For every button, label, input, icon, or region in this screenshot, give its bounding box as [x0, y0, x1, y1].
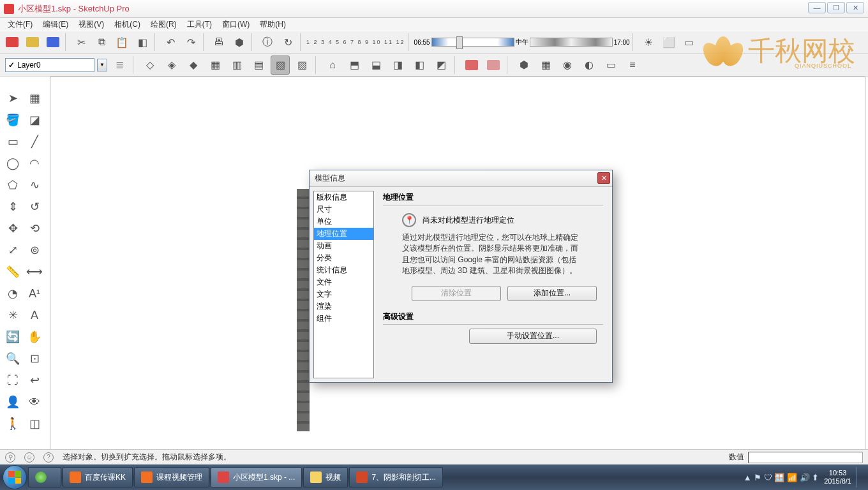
cat-copyright[interactable]: 版权信息	[314, 191, 373, 204]
new-icon[interactable]	[3, 33, 22, 52]
section-tool-icon[interactable]: ◫	[24, 413, 45, 434]
model-icon[interactable]: ⬢	[230, 33, 249, 52]
style-tex-icon[interactable]: ▦	[206, 56, 225, 75]
menu-help[interactable]: 帮助(H)	[255, 18, 291, 31]
view-iso-icon[interactable]: ⌂	[323, 56, 342, 75]
tray-clock[interactable]: 10:53 2015/8/1	[824, 469, 851, 486]
freehand-icon[interactable]: ∿	[24, 175, 45, 195]
layer-manager-icon[interactable]: ≣	[110, 56, 129, 75]
zoom-window-icon[interactable]: ⊡	[24, 348, 45, 369]
person-status-icon[interactable]: ☺	[24, 452, 34, 463]
orbit-icon[interactable]: 🔄	[3, 327, 23, 347]
add-location-button[interactable]: 添加位置...	[507, 286, 597, 301]
cat-components[interactable]: 组件	[314, 313, 373, 325]
shadow-toggle-icon[interactable]: ☀	[639, 33, 658, 52]
zoom-extents-icon[interactable]: ⛶	[3, 370, 23, 390]
menu-draw[interactable]: 绘图(R)	[146, 18, 182, 31]
print-icon[interactable]: 🖶	[209, 33, 228, 52]
component-icon[interactable]: ▦	[24, 88, 45, 108]
previous-icon[interactable]: ↩	[24, 370, 45, 390]
walk-icon[interactable]: 🚶	[3, 413, 23, 434]
show-desktop-button[interactable]	[857, 467, 862, 487]
refresh-icon[interactable]: ↻	[278, 33, 297, 52]
style-wireframe-icon[interactable]: ◇	[140, 56, 160, 75]
cat-dimensions[interactable]: 尺寸	[314, 204, 373, 216]
axes-icon[interactable]: ✳	[3, 305, 23, 325]
cat-geolocation[interactable]: 地理位置	[314, 228, 373, 240]
view-left-icon[interactable]: ◩	[431, 56, 451, 75]
help-status-icon[interactable]: ?	[43, 452, 54, 463]
components-icon[interactable]: ▦	[536, 56, 555, 75]
layer-dropdown[interactable]: ✓ Layer0	[5, 58, 94, 72]
dialog-close-button[interactable]: ✕	[597, 172, 610, 184]
maximize-button[interactable]: ☐	[827, 2, 845, 13]
styles-icon[interactable]: ◐	[580, 56, 599, 75]
redo-icon[interactable]: ↷	[181, 33, 200, 52]
section-plane-icon[interactable]	[462, 56, 481, 75]
section-display-icon[interactable]	[484, 56, 503, 75]
cat-classification[interactable]: 分类	[314, 252, 373, 264]
style-shaded-icon[interactable]: ◆	[184, 56, 203, 75]
layer-dropdown-arrow[interactable]: ▼	[97, 59, 107, 71]
tray-icons[interactable]: ▲ ⚑ 🛡 🪟 📶 🔊 ⬆	[744, 473, 819, 482]
outliner-icon[interactable]: ≡	[623, 56, 642, 75]
cat-rendering[interactable]: 渲染	[314, 301, 373, 313]
paint-icon[interactable]: 🪣	[3, 110, 23, 130]
cat-file[interactable]: 文件	[314, 276, 373, 288]
view-top-icon[interactable]: ⬒	[345, 56, 364, 75]
task-powerpoint[interactable]: 7、阴影和剖切工...	[349, 467, 443, 487]
line-icon[interactable]: ╱	[24, 131, 45, 152]
close-button[interactable]: ✕	[846, 2, 864, 13]
task-baidu-kk[interactable]: 百度传课KK	[63, 467, 133, 487]
persp-icon[interactable]: ▭	[680, 33, 699, 52]
task-sketchup[interactable]: 小区模型1.skp - ...	[211, 467, 302, 487]
zoom-icon[interactable]: 🔍	[3, 348, 23, 369]
view-back-icon[interactable]: ◧	[410, 56, 429, 75]
rect-icon[interactable]: ▭	[3, 131, 23, 152]
style-xray-icon[interactable]: ▥	[227, 56, 246, 75]
style-hidden-icon[interactable]: ◈	[162, 56, 181, 75]
dialog-titlebar[interactable]: 模型信息	[310, 170, 612, 187]
cat-animation[interactable]: 动画	[314, 240, 373, 252]
warehouse-icon[interactable]: ⬢	[514, 56, 534, 75]
iso-icon[interactable]: ⬜	[659, 33, 678, 52]
copy-icon[interactable]: ⧉	[92, 33, 111, 52]
time-slider[interactable]	[431, 38, 514, 47]
menu-view[interactable]: 视图(V)	[73, 18, 109, 31]
cat-text[interactable]: 文字	[314, 288, 373, 301]
minimize-button[interactable]: —	[808, 2, 826, 13]
menu-camera[interactable]: 相机(C)	[109, 18, 146, 31]
style-mono-icon[interactable]: ▤	[249, 56, 268, 75]
save-icon[interactable]	[43, 33, 63, 52]
menu-window[interactable]: 窗口(W)	[217, 18, 255, 31]
arc-icon[interactable]: ◠	[24, 153, 45, 174]
task-course-video[interactable]: 课程视频管理	[134, 467, 209, 487]
3dtext-icon[interactable]: A	[24, 305, 45, 325]
eraser-icon[interactable]: ◪	[24, 110, 45, 130]
menu-file[interactable]: 文件(F)	[3, 18, 38, 31]
menu-edit[interactable]: 编辑(E)	[38, 18, 73, 31]
paste-icon[interactable]: 📋	[112, 33, 131, 52]
look-around-icon[interactable]: 👁	[24, 392, 45, 412]
rotate-icon[interactable]: ⟲	[24, 218, 45, 239]
pan-icon[interactable]: ✋	[24, 327, 45, 347]
start-button[interactable]	[3, 465, 27, 489]
erase-icon[interactable]: ◧	[133, 33, 152, 52]
view-front-icon[interactable]: ⬓	[366, 56, 385, 75]
task-ie[interactable]	[28, 467, 61, 487]
manual-location-button[interactable]: 手动设置位置...	[469, 329, 597, 344]
offset-icon[interactable]: ⊚	[24, 240, 45, 260]
circle-icon[interactable]: ◯	[3, 153, 23, 174]
info-icon[interactable]: ⓘ	[258, 33, 277, 52]
geo-status-icon[interactable]: ⚲	[5, 452, 15, 463]
view-right-icon[interactable]: ◨	[388, 56, 407, 75]
pushpull-icon[interactable]: ⇕	[3, 197, 23, 217]
text-icon[interactable]: A¹	[24, 283, 45, 304]
protractor-icon[interactable]: ◔	[3, 283, 23, 304]
position-camera-icon[interactable]: 👤	[3, 392, 23, 412]
cut-icon[interactable]: ✂	[71, 33, 91, 52]
cat-statistics[interactable]: 统计信息	[314, 264, 373, 276]
scale-icon[interactable]: ⤢	[3, 240, 23, 260]
menu-tools[interactable]: 工具(T)	[182, 18, 217, 31]
cat-units[interactable]: 单位	[314, 216, 373, 228]
